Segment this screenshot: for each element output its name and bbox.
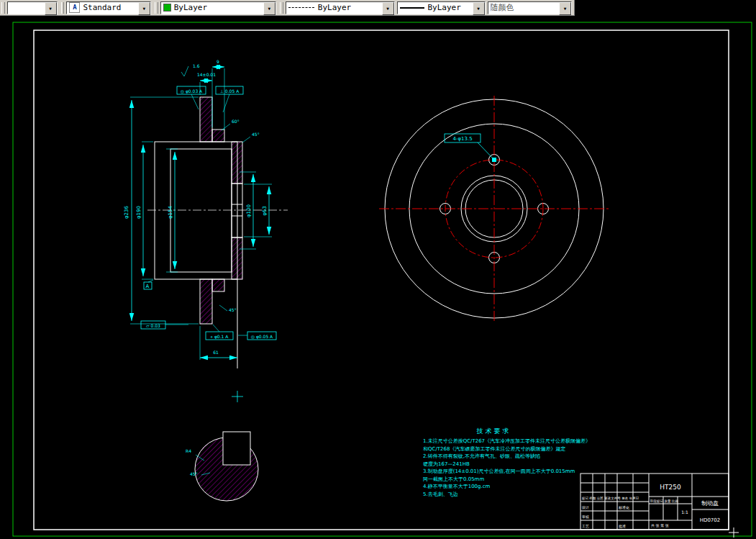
sheet-frame: [13, 22, 752, 536]
notes-line: 2.铸件不得有裂纹,不允许有气孔、砂眼、疏松等缺陷: [423, 453, 540, 459]
dim-angle-60: 60°: [232, 119, 240, 124]
color-swatch-icon: [163, 4, 171, 12]
title-drawing-no: HD0702: [700, 517, 720, 523]
datum-label: A: [146, 284, 150, 289]
title-stage-header: 阶段标记 质量 比例: [650, 499, 678, 504]
properties-toolbar: ▼ A Standard ▼ ByLayer ▼ ByLayer ▼ ByLay…: [0, 0, 575, 16]
notes-line: 3.制动盘厚度(14±0.01)尺寸公差值,在同一圆周上不大于0.015mm: [423, 468, 575, 474]
title-role-audit: 审核: [582, 515, 589, 519]
gdt-flatness: ▱ 0.03: [146, 323, 160, 328]
title-change-row: 标记 处数 分区 更改文件号 签名 年月日: [581, 496, 639, 501]
lineweight-combo[interactable]: ByLayer ▼: [397, 1, 486, 14]
dim-thickness: 14±0.01: [197, 72, 216, 77]
notes-line: 4.静不平衡量不大于100g.cm: [423, 484, 491, 489]
dim-outer-dia: φ236: [124, 205, 129, 219]
chevron-down-icon[interactable]: ▼: [559, 2, 571, 15]
title-scale: 1:1: [681, 509, 688, 515]
dim-pilot-dia: φ100: [246, 204, 252, 217]
technical-notes: 技 术 要 求 1.未注尺寸公差按QC/T267《汽车冷冲压加工零件未注尺寸公差…: [423, 427, 591, 497]
notes-line: 1.未注尺寸公差按QC/T267《汽车冷冲压加工零件未注尺寸公差极限偏差》: [423, 438, 591, 444]
plotstyle-combo[interactable]: 随颜色 ▼: [488, 1, 572, 14]
notes-title: 技 术 要 求: [476, 427, 509, 435]
detail-view: R4 45°: [186, 432, 258, 501]
chevron-down-icon[interactable]: ▼: [45, 2, 57, 15]
dim-depth: 61: [213, 350, 219, 355]
dim-bolt-holes: 4-φ13.5: [452, 136, 472, 142]
drawing-canvas[interactable]: φ236 φ190 φ154 φ100 φ63 14±0.01 9 1.6 60…: [0, 0, 756, 539]
linetype-combo[interactable]: ByLayer ▼: [286, 1, 395, 14]
section-view: [147, 97, 288, 368]
notes-line: 和QC/T268《汽车碾磨加工零件未注公差尺寸的极限偏差》规定: [423, 445, 565, 452]
title-role-design: 设计: [581, 505, 589, 509]
toolbar-grip[interactable]: [280, 2, 283, 14]
dim-hub-dia: φ63: [262, 206, 268, 216]
gdt-runout-top: ◎ φ0.03 A: [181, 89, 203, 94]
dim-roughness: 1.6: [193, 63, 200, 68]
plotstyle-combo-value: 随颜色: [491, 2, 514, 13]
title-role-approve: 批准: [619, 524, 626, 529]
text-style-combo[interactable]: A Standard ▼: [66, 1, 150, 14]
chevron-down-icon[interactable]: ▼: [263, 2, 275, 15]
color-combo[interactable]: ByLayer ▼: [160, 1, 276, 14]
toolbar-grip[interactable]: [155, 2, 158, 14]
toolbar-grip[interactable]: [61, 2, 65, 14]
chevron-down-icon[interactable]: ▼: [473, 2, 485, 15]
style-icon: A: [69, 2, 80, 13]
dim-detail-angle: 45°: [190, 471, 198, 476]
section-dim-texts: φ236 φ190 φ154 φ100 φ63 14±0.01 9 1.6 60…: [124, 59, 273, 355]
dim-bore-dia: φ154: [168, 205, 173, 219]
title-part-name: 制动盘: [701, 500, 719, 507]
notes-line: 同一截面上不大于0.05mm: [423, 476, 484, 482]
text-style-value: Standard: [83, 3, 121, 12]
notes-line: 硬度为167—241HB: [423, 461, 470, 467]
notes-line: 5.去毛刺、飞边: [423, 492, 458, 497]
title-sheet-info: 共 张 第 张: [651, 523, 669, 528]
gdt-runout-bottom: ◎ φ0.05 A: [251, 334, 273, 340]
dim-bottom-angle: 45°: [229, 307, 237, 312]
linetype-combo-value: ByLayer: [318, 3, 351, 12]
lineweight-preview-icon: [400, 7, 424, 9]
title-block: HT250 制动盘 HD0702 1:1 阶段标记 质量 比例 共 张 第 张 …: [580, 474, 729, 530]
gdt-position: ⌖ φ0.1 A: [211, 334, 229, 340]
dim-angle-45: 45°: [252, 132, 260, 137]
front-view: 4-φ13.5: [379, 96, 610, 322]
chevron-down-icon[interactable]: ▼: [138, 2, 150, 15]
color-combo-value: ByLayer: [174, 3, 207, 12]
chevron-down-icon[interactable]: ▼: [382, 2, 394, 15]
toolbar-grip[interactable]: [1, 2, 5, 14]
dim-top-width: 9: [217, 59, 219, 64]
title-material: HT250: [660, 484, 681, 491]
linetype-preview-icon: [288, 7, 314, 8]
dim-hat-dia: φ190: [136, 206, 142, 219]
lineweight-combo-value: ByLayer: [428, 3, 461, 12]
layer-combo[interactable]: ▼: [7, 1, 58, 14]
title-role-process: 工艺: [582, 524, 589, 528]
title-role-standard: 标准化: [618, 505, 629, 510]
gdt-perp-top: ⊥ 0.05 A: [220, 89, 240, 94]
dim-detail-radius: R4: [186, 448, 191, 453]
